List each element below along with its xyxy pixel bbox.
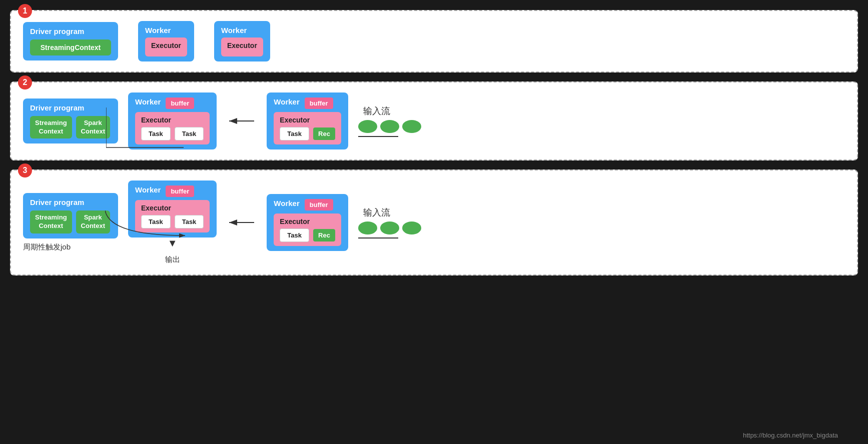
driver-title-1: Driver program <box>30 27 111 36</box>
worker-title-1b: Worker <box>221 26 263 34</box>
worker-wrapper-2a: Worker buffer Executor Task Task <box>128 92 217 150</box>
streaming-context-1: StreamingContext <box>30 40 111 56</box>
leaf-2-1 <box>358 120 377 133</box>
rec-3b: Rec <box>313 229 335 242</box>
leaf-2-2 <box>380 120 399 133</box>
worker-wrapper-2b: Worker buffer Executor Task Rec <box>267 92 348 150</box>
step-badge-3: 3 <box>18 164 32 178</box>
diagram-3-content: Driver program StreamingContext SparkCon… <box>23 180 845 264</box>
executor-inner-3a: Executor Task Task <box>135 200 210 232</box>
bottom-label-3: 周期性触发job <box>23 242 118 252</box>
diagram-1-content: Driver program StreamingContext Worker E… <box>23 21 845 62</box>
executor-inner-3b: Executor Task Rec <box>274 214 341 246</box>
spark-ctx-3: SparkContext <box>76 210 110 234</box>
input-label-3: 输入流 <box>363 206 390 218</box>
worker-box-2a: Worker buffer Executor Task Task <box>128 92 217 150</box>
worker-title-3b: Worker <box>274 199 299 208</box>
leaf-3-2 <box>380 222 399 234</box>
worker-wrapper-3b: Worker buffer Executor Task Rec <box>267 194 348 251</box>
input-line-2 <box>358 136 398 137</box>
diagram-2: 2 Driver program StreamingContext SparkC… <box>10 82 858 160</box>
worker-title-3a: Worker <box>135 186 161 194</box>
watermark: https://blog.csdn.net/jmx_bigdata <box>743 432 838 439</box>
worker-title-2a: Worker <box>135 98 161 106</box>
worker-wrapper-3a: Worker buffer Executor Task Task ▼ 输出 <box>128 180 217 264</box>
buffer-2a: buffer <box>166 98 194 109</box>
worker-box-2b: Worker buffer Executor Task Rec <box>267 92 348 150</box>
leaves-3 <box>358 222 421 234</box>
task-2b-1: Task <box>280 127 309 140</box>
worker-box-3b: Worker buffer Executor Task Rec <box>267 194 348 251</box>
input-section-3: 输入流 <box>358 206 421 238</box>
driver-title-2: Driver program <box>30 104 111 112</box>
driver-box-3: Driver program StreamingContext SparkCon… <box>23 193 118 238</box>
streaming-ctx-2: StreamingContext <box>30 116 72 139</box>
executor-title-2a: Executor <box>141 116 204 124</box>
tasks-3a: Task Task <box>141 215 204 228</box>
leaf-3-1 <box>358 222 377 234</box>
input-label-2: 输入流 <box>363 105 390 117</box>
executor-title-2b: Executor <box>280 116 335 124</box>
output-section-3: ▼ 输出 <box>128 238 217 264</box>
diagram-3: 3 Driver program StreamingContext SparkC… <box>10 170 858 276</box>
worker-title-2b: Worker <box>274 98 299 106</box>
buffer-3a: buffer <box>166 186 194 197</box>
tasks-2b: Task Rec <box>280 127 335 140</box>
input-section-2: 输入流 <box>358 105 421 137</box>
arrow-svg-2 <box>227 114 257 128</box>
task-2a-2: Task <box>175 127 204 140</box>
driver-title-3: Driver program <box>30 198 111 206</box>
driver-box-2: Driver program StreamingContext SparkCon… <box>23 98 118 144</box>
context-row-2: StreamingContext SparkContext <box>30 116 111 139</box>
driver-wrapper-3: Driver program StreamingContext SparkCon… <box>23 193 118 252</box>
arrow-between-workers-3 <box>227 215 257 230</box>
leaf-3-3 <box>402 222 421 234</box>
context-row-3: StreamingContext SparkContext <box>30 210 111 234</box>
arrow-svg-3 <box>227 215 257 230</box>
worker-box-1a: Worker Executor <box>138 21 194 62</box>
buffer-3b: buffer <box>305 199 333 210</box>
executor-box-1a: Executor <box>145 38 187 56</box>
step-badge-2: 2 <box>18 76 32 90</box>
executor-label-1a: Executor <box>151 42 181 50</box>
executor-box-1b: Executor <box>221 38 263 56</box>
executor-inner-2a: Executor Task Task <box>135 112 210 144</box>
worker-box-3a: Worker buffer Executor Task Task <box>128 180 217 238</box>
driver-box-1: Driver program StreamingContext <box>23 22 118 60</box>
tasks-3b: Task Rec <box>280 228 335 242</box>
worker-header-3b: Worker buffer <box>274 199 341 210</box>
buffer-2b: buffer <box>305 98 333 109</box>
worker-title-1a: Worker <box>145 26 187 34</box>
output-arrow-3: ▼ <box>168 238 178 249</box>
arrow-between-workers-2 <box>227 114 257 128</box>
spark-ctx-2: SparkContext <box>76 116 110 139</box>
input-line-3 <box>358 238 398 238</box>
streaming-ctx-3: StreamingContext <box>30 210 72 234</box>
rec-2b: Rec <box>313 128 335 140</box>
leaf-2-3 <box>402 120 421 133</box>
worker-header-2b: Worker buffer <box>274 98 341 109</box>
executor-label-1b: Executor <box>227 42 257 50</box>
rdd-label: RDD <box>833 208 846 236</box>
task-3b-1: Task <box>280 228 309 242</box>
executor-inner-2b: Executor Task Rec <box>274 112 341 144</box>
diagram-1: 1 Driver program StreamingContext Worker… <box>10 10 858 72</box>
task-2a-1: Task <box>141 127 171 140</box>
worker-header-3a: Worker buffer <box>135 186 210 197</box>
tasks-2a: Task Task <box>141 127 204 140</box>
main-content: 1 Driver program StreamingContext Worker… <box>10 10 858 276</box>
diagram-2-content: Driver program StreamingContext SparkCon… <box>23 92 845 150</box>
step-badge-1: 1 <box>18 4 32 18</box>
worker-box-1b: Worker Executor <box>214 21 270 62</box>
output-label-3: 输出 <box>165 255 180 264</box>
task-3a-1: Task <box>141 215 171 228</box>
worker-header-2a: Worker buffer <box>135 98 210 109</box>
leaves-2 <box>358 120 421 133</box>
task-3a-2: Task <box>175 215 204 228</box>
executor-title-3b: Executor <box>280 218 335 226</box>
executor-title-3a: Executor <box>141 204 204 212</box>
